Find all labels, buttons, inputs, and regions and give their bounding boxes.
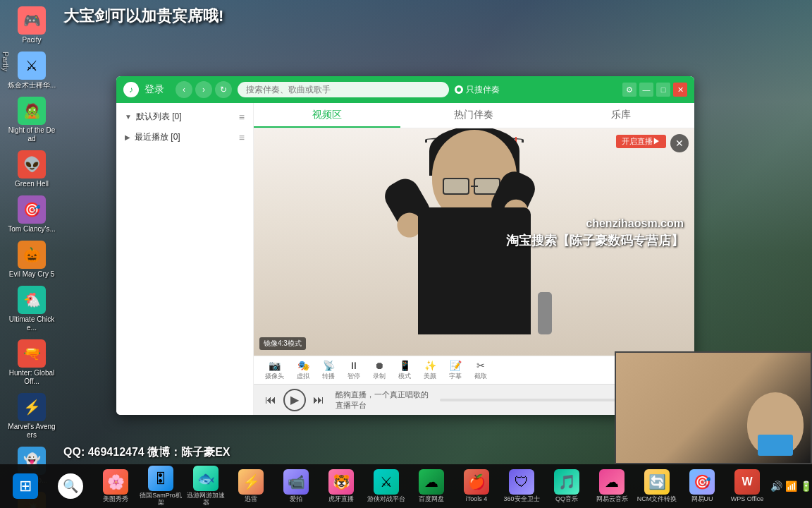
taskbar-uu[interactable]: 🎯 网易UU: [680, 466, 724, 507]
taskbar-thunder[interactable]: ⚡ 迅雷: [229, 466, 273, 507]
progress-bar[interactable]: [440, 399, 635, 401]
mode-label: 模式: [398, 372, 411, 381]
mode-icon: 📱: [399, 360, 411, 371]
minimize-button[interactable]: —: [639, 83, 653, 97]
desktop-icon-night[interactable]: 🧟 Night of the Dead: [4, 94, 60, 146]
prev-button[interactable]: ⏮: [261, 390, 281, 410]
video-label: 镜像4:3模式: [259, 337, 306, 350]
watermark-overlay: chenzihaosm.com 淘宝搜索【陈子豪数码专营店】: [506, 216, 684, 250]
taskbar-meitu[interactable]: 🌸 美图秀秀: [94, 466, 137, 507]
virtual-button[interactable]: 🎭 虚拟: [293, 358, 314, 382]
window-controls: ⚙ — □ ✕: [622, 83, 687, 97]
avenger-icon: ⚡: [18, 393, 46, 421]
taskbar-itools[interactable]: 🍎 iTools 4: [455, 466, 498, 507]
play-pause-button[interactable]: ▶: [283, 389, 306, 411]
avenger-label: Marvel's Avengers: [6, 423, 57, 440]
taskbar-qq-music[interactable]: 🎵 QQ音乐: [545, 466, 589, 507]
small-cam-content: [616, 353, 811, 463]
baidu-icon: ☁: [419, 469, 444, 495]
uu-label: 网易UU: [691, 496, 713, 503]
subtitle-button[interactable]: 📝 字幕: [445, 358, 466, 382]
hunter-icon: 🔫: [18, 339, 46, 368]
sampro-label: 德国SamPro机架: [139, 492, 183, 507]
ncm-icon: 🔄: [644, 469, 670, 495]
baidu-label: 百度网盘: [419, 496, 444, 503]
360-icon: 🛡: [509, 469, 534, 495]
desktop-icon-tom[interactable]: 🎯 Tom Clancy's...: [4, 193, 60, 236]
netease-label: 网易云音乐: [596, 496, 628, 503]
taskbar-huya[interactable]: 🐯 虎牙直播: [319, 466, 363, 507]
beauty-button[interactable]: ✨ 美颜: [419, 358, 441, 382]
pause-button[interactable]: ⏸ 智停: [343, 358, 364, 382]
desktop-icon-evil[interactable]: 🎃 Evil May Cry 5: [4, 238, 60, 282]
watermark-shop: 淘宝搜索【陈子豪数码专营店】: [506, 232, 684, 250]
itools-icon: 🍎: [464, 469, 489, 495]
relay-button[interactable]: 📡 转播: [318, 358, 339, 382]
taskbar-netease[interactable]: ☁ 网易云音乐: [590, 466, 634, 507]
desktop-icon-chicken[interactable]: 🐔 Ultimate Chicke...: [4, 283, 60, 335]
desktop-icon-facify[interactable]: 🎮 Pacify: [4, 4, 60, 47]
search-icon: 🔍: [58, 473, 83, 499]
taskbar-youxia[interactable]: ⚔ 游侠对战平台: [364, 466, 408, 507]
arrow-down: ▼: [125, 113, 132, 121]
live-start-button[interactable]: 开启直播▶: [616, 135, 666, 148]
netease-icon: ☁: [599, 469, 625, 495]
meitu-icon: 🌸: [103, 469, 128, 495]
tab-video[interactable]: 视频区: [254, 103, 400, 128]
maximize-button[interactable]: □: [656, 83, 670, 97]
tray-network[interactable]: 📶: [785, 480, 797, 492]
sidebar-default-list[interactable]: ▼ 默认列表 [0] ≡: [116, 107, 253, 127]
camera-icon: 📷: [269, 360, 281, 371]
only-accompaniment-toggle[interactable]: 只搜伴奏: [455, 84, 500, 96]
capture-button[interactable]: ✂ 截取: [470, 358, 491, 382]
wps-icon: W: [734, 469, 760, 495]
qq-music-label: QQ音乐: [555, 496, 578, 503]
close-button[interactable]: ✕: [673, 83, 687, 97]
next-button[interactable]: ⏭: [309, 390, 328, 410]
close-video-button[interactable]: ✕: [670, 134, 689, 152]
tab-popular[interactable]: 热门伴奏: [400, 103, 547, 128]
desktop-icon-hunter[interactable]: 🔫 Hunter: Global Off...: [4, 337, 60, 389]
nav-forward-button[interactable]: ›: [195, 81, 212, 98]
mode-button[interactable]: 📱 模式: [394, 358, 415, 382]
facify-icon: 🎮: [18, 6, 46, 35]
subtitle-icon: 📝: [450, 360, 462, 371]
tray-battery[interactable]: 🔋: [800, 480, 812, 492]
taskbar-ncm[interactable]: 🔄 NCM文件转换: [635, 466, 679, 507]
taskbar-start[interactable]: ⊞: [4, 466, 47, 507]
taskbar-sampro[interactable]: 🎛 德国SamPro机架: [139, 466, 183, 507]
record-button[interactable]: ⏺ 录制: [369, 358, 390, 382]
nav-back-button[interactable]: ‹: [176, 81, 192, 98]
desktop-icon-green[interactable]: 👽 Green Hell: [4, 147, 60, 191]
taskbar-360[interactable]: 🛡 360安全卫士: [500, 466, 543, 507]
taskbar-baidu[interactable]: ☁ 百度网盘: [410, 466, 453, 507]
taskbar-aipai[interactable]: 📹 爱拍: [274, 466, 318, 507]
search-input[interactable]: [238, 82, 449, 97]
record-label: 录制: [373, 372, 386, 381]
tray-volume[interactable]: 🔊: [770, 480, 782, 492]
video-content: 镜像4:3模式 ✕ 开启直播▶ chenzihaosm.com 淘宝搜索【陈子豪…: [254, 128, 694, 356]
menu-icon-1: ≡: [239, 111, 245, 123]
360-label: 360安全卫士: [503, 496, 539, 503]
camera-button[interactable]: 📷 摄像头: [261, 358, 288, 382]
evil-icon: 🎃: [18, 241, 46, 269]
taskbar-wps[interactable]: W WPS Office: [725, 466, 769, 507]
virtual-icon: 🎭: [297, 360, 309, 371]
desktop-icon-gold[interactable]: ⚔ 炼金术士稀华...: [4, 49, 60, 92]
taskbar-search[interactable]: 🔍: [49, 466, 92, 507]
night-label: Night of the Dead: [6, 126, 57, 143]
settings-button[interactable]: ⚙: [622, 83, 636, 97]
menu-icon-2: ≡: [239, 132, 245, 143]
taskbar-xunyu[interactable]: 🐟 迅游网游加速器: [184, 466, 228, 507]
green-label: Green Hell: [15, 180, 49, 188]
desktop-icon-avenger[interactable]: ⚡ Marvel's Avengers: [4, 390, 60, 442]
tab-library[interactable]: 乐库: [548, 103, 694, 128]
relay-icon: 📡: [323, 360, 335, 371]
play-controls: ⏮ ▶ ⏭: [261, 389, 328, 411]
sidebar-recent-play[interactable]: ▶ 最近播放 [0] ≡: [116, 127, 253, 147]
nav-refresh-button[interactable]: ↻: [215, 81, 232, 98]
login-text[interactable]: 登录: [144, 83, 164, 96]
huya-icon: 🐯: [328, 469, 354, 495]
app-sidebar: ▼ 默认列表 [0] ≡ ▶ 最近播放 [0] ≡: [116, 103, 254, 415]
recent-play-label: 最近播放 [0]: [135, 131, 180, 143]
